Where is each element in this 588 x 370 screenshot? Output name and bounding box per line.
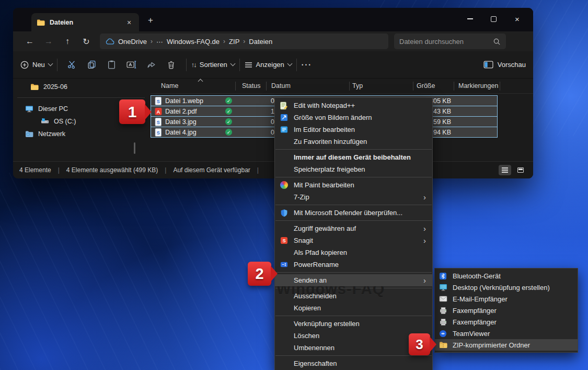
menu-item-powerrename[interactable]: PowerRename	[275, 259, 432, 271]
menu-item-groesse-von-bildern-aendern[interactable]: Größe von Bildern ändern	[275, 111, 432, 124]
sync-status-check-icon: ✓	[225, 108, 232, 115]
refresh-button[interactable]: ↻	[77, 37, 96, 47]
menu-item-zugriff-gewaehren[interactable]: Zugriff gewähren auf ›	[275, 222, 432, 234]
menu-item-label: 7-Zip	[294, 193, 309, 201]
share-icon	[147, 60, 156, 69]
column-header-typ[interactable]: Typ	[352, 82, 363, 89]
preview-label: Vorschau	[498, 61, 526, 69]
sidebar-item-netzwerk[interactable]: Netzwerk	[13, 128, 149, 140]
menu-item-label: Speicherplatz freigeben	[294, 165, 365, 173]
share-button[interactable]	[142, 60, 162, 69]
column-header-status[interactable]: Status	[242, 82, 260, 89]
menu-item-mit-paint-bearbeiten[interactable]: Mit Paint bearbeiten	[275, 179, 432, 191]
status-separator: |	[165, 166, 166, 174]
menu-item-label: Verknüpfung erstellen	[294, 320, 360, 328]
sort-button[interactable]: ↑↓ Sortieren	[191, 61, 235, 69]
menu-item-zu-favoriten-hinzufuegen[interactable]: Zu Favoriten hinzufügen	[275, 136, 432, 148]
chevron-down-icon	[287, 61, 292, 66]
tab-close-icon[interactable]: ×	[124, 18, 134, 27]
copy-icon	[87, 60, 96, 69]
menu-item-kopieren[interactable]: Kopieren	[275, 302, 432, 314]
menu-item-7zip[interactable]: 7-Zip ›	[275, 191, 432, 203]
breadcrumb-onedrive[interactable]: OneDrive	[118, 38, 147, 46]
column-resizer[interactable]	[349, 82, 350, 91]
paste-button[interactable]	[102, 60, 122, 69]
menu-item-ausschneiden[interactable]: Ausschneiden	[275, 290, 432, 302]
column-resizer[interactable]	[235, 82, 236, 91]
column-header-name[interactable]: Name	[161, 82, 178, 89]
submenu-item-bluetooth[interactable]: Bluetooth-Gerät	[435, 270, 578, 282]
file-date: 0	[271, 129, 274, 136]
menu-item-label: Als Pfad kopieren	[294, 249, 347, 256]
large-icons-view-button[interactable]	[514, 165, 527, 175]
column-header-markierungen[interactable]: Markierungen	[458, 82, 498, 89]
menu-item-eigenschaften[interactable]: Eigenschaften	[275, 357, 432, 369]
details-view-button[interactable]	[499, 165, 511, 175]
search-input[interactable]: Dateien durchsuchen	[394, 33, 506, 49]
file-name: Datei 3.jpg	[165, 118, 197, 126]
close-button[interactable]: ×	[505, 10, 529, 27]
sidebar-item-label: Dieser PC	[38, 105, 68, 113]
menu-item-defender-ueberpruefen[interactable]: Mit Microsoft Defender überprüfen...	[275, 207, 432, 219]
more-options-button[interactable]: ···	[302, 61, 312, 69]
back-button[interactable]: ←	[20, 37, 39, 46]
preview-toggle[interactable]: Vorschau	[483, 61, 526, 69]
menu-separator	[275, 220, 432, 221]
column-resizer[interactable]	[454, 82, 454, 91]
breadcrumb-windows-faq[interactable]: Windows-FAQ.de	[167, 38, 220, 46]
sidebar-scrollbar[interactable]	[134, 142, 135, 154]
column-header-datum[interactable]: Datum	[271, 82, 291, 89]
computer-icon	[25, 105, 33, 113]
onedrive-cloud-icon	[106, 38, 114, 45]
submenu-item-desktop[interactable]: Desktop (Verknüpfung erstellen)	[435, 282, 578, 293]
submenu-item-teamviewer[interactable]: TeamViewer	[435, 328, 578, 339]
new-button[interactable]: Neu	[20, 61, 52, 69]
breadcrumb-dateien[interactable]: Dateien	[249, 38, 272, 46]
rename-button[interactable]	[122, 61, 142, 69]
availability-status: Auf diesem Gerät verfügbar	[173, 166, 250, 174]
selection-count: 4 Elemente ausgewählt (499 KB)	[66, 166, 158, 174]
menu-item-edit-with-notepadpp[interactable]: Edit with Notepad++	[275, 99, 432, 111]
minimize-button[interactable]	[458, 10, 482, 27]
step-marker-2: 2	[248, 262, 271, 286]
menu-item-als-pfad-kopieren[interactable]: Als Pfad kopieren	[275, 246, 432, 259]
cut-icon	[67, 60, 76, 69]
menu-item-verknuepfung-erstellen[interactable]: Verknüpfung erstellen	[275, 318, 432, 330]
title-bar: Dateien × + ×	[13, 8, 533, 31]
sync-status-check-icon: ✓	[225, 118, 232, 125]
sidebar-item-label: OS (C:)	[54, 118, 76, 125]
breadcrumb-ellipsis[interactable]: ···	[156, 38, 163, 46]
breadcrumb-zip[interactable]: ZIP	[229, 38, 239, 46]
submenu-item-fax-1[interactable]: Faxempfänger	[435, 305, 578, 316]
submenu-item-label: ZIP-komprimierter Ordner	[453, 341, 530, 349]
menu-item-im-editor-bearbeiten[interactable]: Im Editor bearbeiten	[275, 124, 432, 136]
menu-item-label: Zugriff gewähren auf	[294, 225, 356, 232]
powerrename-icon	[279, 260, 289, 270]
column-header-groesse[interactable]: Größe	[417, 82, 435, 89]
cut-button[interactable]	[62, 60, 82, 69]
menu-item-senden-an[interactable]: Senden an ›	[275, 274, 432, 286]
maximize-button[interactable]	[482, 10, 505, 27]
new-tab-button[interactable]: +	[148, 15, 153, 26]
column-resizer[interactable]	[500, 82, 500, 91]
forward-button[interactable]: →	[39, 37, 58, 46]
step-marker-3: 3	[409, 333, 430, 355]
delete-button[interactable]	[162, 60, 181, 69]
submenu-item-label: Faxempfänger	[453, 307, 497, 315]
menu-item-label: Eigenschaften	[294, 360, 337, 367]
submenu-item-email[interactable]: E-Mail-Empfänger	[435, 293, 578, 305]
submenu-item-fax-2[interactable]: Faxempfänger	[435, 316, 578, 328]
column-resizer[interactable]	[413, 82, 413, 91]
tab-title: Dateien	[50, 19, 73, 26]
menu-item-immer-auf-diesem-geraet[interactable]: Immer auf diesem Gerät beibehalten	[275, 151, 432, 163]
copy-button[interactable]	[82, 60, 102, 69]
column-resizer[interactable]	[266, 82, 267, 91]
up-button[interactable]: ↑	[58, 37, 77, 46]
sidebar-item-2025-06[interactable]: 2025-06	[13, 80, 149, 94]
submenu-item-zip-komprimierter-ordner[interactable]: ZIP-komprimierter Ordner	[435, 339, 578, 351]
menu-item-snagit[interactable]: S Snagit ›	[275, 234, 432, 246]
breadcrumb[interactable]: OneDrive › ··· Windows-FAQ.de › ZIP › Da…	[100, 33, 388, 49]
menu-item-speicherplatz-freigeben[interactable]: Speicherplatz freigeben	[275, 163, 432, 175]
tab-dateien[interactable]: Dateien ×	[31, 13, 139, 31]
view-button[interactable]: Anzeigen	[245, 61, 292, 69]
